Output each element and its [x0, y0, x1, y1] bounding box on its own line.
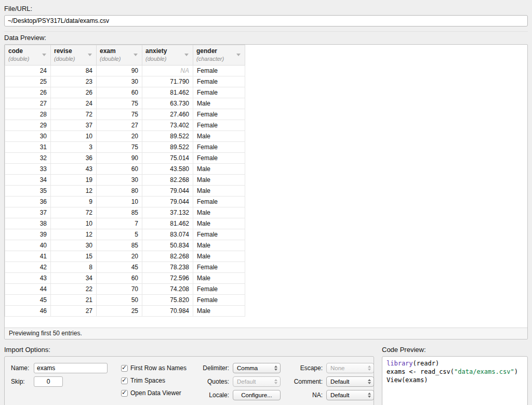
first-row-as-names-checkbox[interactable]: First Row as Names — [121, 363, 197, 373]
cell-exam: 45 — [97, 262, 142, 273]
comment-select[interactable]: Default — [326, 376, 374, 387]
file-url-input[interactable] — [4, 15, 528, 27]
cell-revise: 8 — [51, 262, 97, 273]
cell-gender: Female — [193, 120, 245, 131]
cell-exam: 7 — [97, 218, 142, 229]
cell-exam: 50 — [97, 295, 142, 306]
table-row: 3810781.462Male — [5, 218, 245, 229]
code-token-string: "data/exams.csv" — [454, 368, 514, 375]
na-select[interactable]: Default — [326, 390, 374, 400]
cell-revise: 36 — [51, 153, 97, 164]
cell-code: 40 — [5, 240, 51, 251]
select-arrows-icon — [274, 365, 277, 371]
cell-anxiety: 89.522 — [142, 142, 193, 153]
checkbox-check-icon[interactable] — [121, 365, 128, 372]
column-type-menu-arrow-icon[interactable] — [184, 54, 189, 56]
table-row: 248490NAFemale — [5, 66, 245, 76]
code-token-plain: View(exams) — [387, 376, 428, 384]
quotes-select-value: Default — [237, 378, 256, 385]
checkbox-check-icon[interactable] — [121, 390, 128, 397]
fields-column: Name: Skip: — [11, 362, 121, 403]
cell-anxiety: 72.596 — [142, 273, 193, 284]
code-token-plain: ) — [514, 368, 518, 375]
column-type-menu-arrow-icon[interactable] — [88, 54, 92, 56]
cell-anxiety: 71.790 — [142, 76, 193, 87]
cell-exam: 90 — [97, 153, 142, 164]
cell-code: 26 — [5, 87, 51, 98]
preview-status-bar: Previewing first 50 entries. — [5, 328, 527, 339]
cell-code: 45 — [5, 295, 51, 306]
table-row: 34193082.268Male — [5, 175, 245, 186]
table-row: 26266081.462Female — [5, 87, 245, 98]
column-type-menu-arrow-icon[interactable] — [134, 54, 138, 56]
cell-anxiety: 81.462 — [142, 87, 193, 98]
column-type: (double) — [100, 55, 131, 62]
cell-code: 28 — [5, 109, 51, 120]
cell-gender: Female — [193, 284, 245, 295]
data-preview-table-area: code(double)revise(double)exam(double)an… — [5, 45, 527, 328]
table-row: 30102089.522Male — [5, 131, 245, 142]
code-token-plain: exams <- read_csv( — [387, 368, 454, 375]
cell-exam: 75 — [97, 109, 142, 120]
cell-exam: 85 — [97, 207, 142, 218]
import-options-label: Import Options: — [4, 346, 374, 354]
column-header-gender[interactable]: gender(character) — [193, 45, 245, 66]
open-data-viewer-checkbox[interactable]: Open Data Viewer — [121, 388, 197, 398]
column-type-menu-arrow-icon[interactable] — [236, 54, 241, 56]
cell-exam: 27 — [97, 120, 142, 131]
selects-column-1: Delimiter: Comma Quotes: Default — [199, 362, 287, 403]
cell-code: 35 — [5, 186, 51, 197]
cell-code: 34 — [5, 175, 51, 186]
cell-gender: Male — [193, 273, 245, 284]
cell-code: 30 — [5, 131, 51, 142]
column-header-exam[interactable]: exam(double) — [97, 45, 142, 66]
column-header-code[interactable]: code(double) — [5, 45, 51, 66]
escape-label: Escape: — [290, 364, 323, 372]
column-type-menu-arrow-icon[interactable] — [42, 54, 46, 56]
trim-spaces-checkbox[interactable]: Trim Spaces — [121, 375, 197, 386]
comment-select-value: Default — [330, 378, 349, 385]
cell-exam: 70 — [97, 284, 142, 295]
cell-revise: 19 — [51, 175, 97, 186]
locale-configure-button[interactable]: Configure... — [233, 390, 281, 400]
cell-revise: 37 — [51, 120, 97, 131]
name-input[interactable] — [34, 363, 108, 373]
cell-code: 39 — [5, 229, 51, 240]
cell-revise: 34 — [51, 273, 97, 284]
column-header-anxiety[interactable]: anxiety(double) — [142, 45, 193, 66]
cell-anxiety: 75.014 — [142, 153, 193, 164]
cell-exam: 75 — [97, 98, 142, 109]
skip-input[interactable] — [34, 376, 63, 387]
cell-anxiety: 50.834 — [142, 240, 193, 251]
cell-anxiety: 74.208 — [142, 284, 193, 295]
cell-anxiety: NA — [142, 66, 193, 76]
na-row: NA: Default — [290, 389, 378, 400]
cell-code: 43 — [5, 273, 51, 284]
delimiter-select[interactable]: Comma — [233, 363, 281, 373]
cell-code: 36 — [5, 197, 51, 207]
column-name: revise — [54, 47, 86, 55]
quotes-label: Quotes: — [199, 378, 229, 385]
cell-exam: 60 — [97, 87, 142, 98]
quotes-select[interactable]: Default — [233, 376, 281, 387]
cell-revise: 3 — [51, 142, 97, 153]
table-row: 28727527.460Female — [5, 109, 245, 120]
cell-code: 32 — [5, 153, 51, 164]
cell-gender: Female — [193, 262, 245, 273]
code-preview-panel[interactable]: library(readr)exams <- read_csv("data/ex… — [382, 356, 528, 405]
cell-revise: 21 — [51, 295, 97, 306]
escape-select[interactable]: None — [326, 363, 374, 373]
cell-code: 27 — [5, 98, 51, 109]
cell-exam: 75 — [97, 142, 142, 153]
checkbox-check-icon[interactable] — [121, 377, 128, 384]
column-header-revise[interactable]: revise(double) — [51, 45, 97, 66]
table-row: 33436043.580Male — [5, 164, 245, 175]
cell-revise: 15 — [51, 251, 97, 262]
data-preview-label: Data Preview: — [4, 34, 528, 42]
na-label: NA: — [290, 391, 323, 399]
table-row: 45215075.820Female — [5, 295, 245, 306]
cell-code: 25 — [5, 76, 51, 87]
open-data-viewer-label: Open Data Viewer — [130, 389, 181, 397]
table-row: 44227074.208Female — [5, 284, 245, 295]
table-row: 43346072.596Male — [5, 273, 245, 284]
